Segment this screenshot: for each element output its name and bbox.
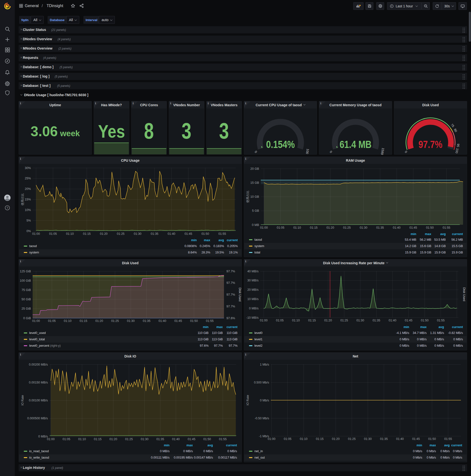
svg-text:01:55: 01:55: [442, 226, 450, 229]
svg-text:15%: 15%: [25, 198, 31, 201]
svg-text:10 GB: 10 GB: [251, 195, 259, 199]
svg-text:01:40: 01:40: [172, 438, 180, 441]
svg-text:01:15: 01:15: [310, 226, 318, 229]
svg-text:30 MB/s: 30 MB/s: [247, 279, 259, 282]
svg-text:0%: 0%: [27, 229, 31, 233]
svg-text:97.7%: 97.7%: [226, 293, 235, 296]
svg-text:?: ?: [7, 206, 8, 210]
svg-text:01:40: 01:40: [393, 226, 400, 229]
svg-text:0.00150 MB/s: 0.00150 MB/s: [29, 381, 48, 384]
svg-text:01:30: 01:30: [127, 319, 135, 323]
svg-text:80: 80: [453, 128, 458, 133]
svg-text:0.500 Mb/s: 0.500 Mb/s: [254, 381, 269, 384]
svg-text:01:25: 01:25: [125, 438, 133, 441]
svg-text:01:15: 01:15: [83, 232, 90, 236]
svg-text:01:00: 01:00: [260, 226, 268, 229]
svg-text:01:30: 01:30: [360, 226, 367, 229]
svg-text:01:10: 01:10: [293, 226, 301, 229]
svg-text:01:50: 01:50: [190, 319, 198, 323]
svg-text:01:30: 01:30: [134, 232, 141, 236]
svg-text:0.000500 MB/s: 0.000500 MB/s: [27, 417, 48, 420]
svg-text:97.7%: 97.7%: [226, 281, 235, 285]
svg-text:75 GiB: 75 GiB: [22, 288, 31, 292]
svg-text:01:05: 01:05: [48, 319, 56, 323]
svg-text:01:25: 01:25: [343, 226, 351, 229]
svg-text:01:00: 01:00: [47, 438, 54, 441]
svg-text:01:50: 01:50: [421, 319, 429, 322]
svg-text:Disk Used: Disk Used: [462, 287, 466, 301]
svg-text:01:55: 01:55: [437, 319, 444, 322]
svg-text:01:30: 01:30: [141, 438, 148, 441]
svg-text:01:15: 01:15: [94, 438, 101, 441]
svg-text:0: 0: [329, 150, 333, 154]
svg-text:01:20: 01:20: [324, 319, 332, 322]
svg-text:01:55: 01:55: [444, 437, 452, 441]
svg-text:125 GiB: 125 GiB: [20, 270, 31, 273]
svg-text:15 GB: 15 GB: [251, 181, 259, 185]
svg-text:1 Mb/s: 1 Mb/s: [260, 363, 269, 366]
svg-text:Disk Used: Disk Used: [238, 288, 242, 302]
svg-text:0 GiB: 0 GiB: [23, 317, 31, 320]
svg-text:25 GiB: 25 GiB: [22, 307, 31, 310]
svg-text:IO Rate: IO Rate: [21, 395, 24, 406]
svg-text:0 MB/s: 0 MB/s: [38, 435, 48, 438]
svg-text:01:50: 01:50: [202, 232, 209, 236]
svg-text:IO Rate: IO Rate: [246, 395, 250, 405]
svg-text:01:10: 01:10: [64, 319, 71, 323]
svg-text:-10 MB/s: -10 MB/s: [246, 316, 259, 320]
svg-text:01:35: 01:35: [151, 232, 158, 236]
svg-text:01:35: 01:35: [143, 319, 150, 323]
svg-text:30%: 30%: [25, 166, 31, 170]
svg-text:01:50: 01:50: [203, 438, 211, 441]
svg-text:5 GB: 5 GB: [252, 209, 259, 212]
svg-text:01:00: 01:00: [268, 437, 275, 441]
svg-text:01:30: 01:30: [364, 437, 372, 441]
svg-text:01:55: 01:55: [206, 319, 213, 323]
svg-text:97.6%: 97.6%: [226, 317, 235, 320]
svg-text:0 MB: 0 MB: [252, 223, 259, 227]
svg-text:01:40: 01:40: [168, 232, 175, 236]
svg-text:01:20: 01:20: [332, 437, 339, 441]
svg-text:01:45: 01:45: [412, 437, 420, 441]
svg-text:01:00: 01:00: [260, 319, 267, 322]
svg-text:01:25: 01:25: [348, 437, 355, 441]
svg-text:-0.50 Mb/s: -0.50 Mb/s: [255, 417, 269, 420]
svg-text:01:35: 01:35: [156, 438, 164, 441]
svg-text:01:20: 01:20: [95, 319, 103, 323]
svg-text:01:40: 01:40: [388, 319, 396, 322]
svg-text:01:10: 01:10: [292, 319, 300, 322]
svg-text:01:35: 01:35: [376, 226, 384, 229]
svg-text:97.7%: 97.7%: [226, 270, 235, 273]
svg-text:0 Mb/s: 0 Mb/s: [260, 399, 269, 402]
svg-text:01:45: 01:45: [185, 232, 192, 236]
svg-text:01:20: 01:20: [100, 232, 107, 236]
svg-text:01:30: 01:30: [356, 319, 364, 322]
svg-text:01:10: 01:10: [300, 437, 307, 441]
svg-text:01:05: 01:05: [277, 226, 284, 229]
svg-text:01:40: 01:40: [396, 437, 404, 441]
svg-text:20 MB/s: 20 MB/s: [247, 288, 259, 291]
svg-text:01:05: 01:05: [49, 232, 57, 236]
svg-text:01:45: 01:45: [409, 226, 417, 229]
svg-text:10%: 10%: [25, 208, 31, 212]
svg-text:20 GB: 20 GB: [251, 167, 259, 170]
svg-text:01:15: 01:15: [308, 319, 316, 322]
svg-text:01:45: 01:45: [174, 319, 182, 323]
svg-text:01:55: 01:55: [219, 438, 227, 441]
svg-text:0: 0: [254, 150, 258, 154]
svg-text:01:00: 01:00: [32, 232, 40, 236]
svg-text:0 MB/s: 0 MB/s: [249, 307, 259, 310]
svg-text:01:40: 01:40: [158, 319, 166, 323]
svg-text:01:25: 01:25: [340, 319, 348, 322]
svg-text:01:45: 01:45: [405, 319, 412, 322]
svg-text:0: 0: [404, 150, 408, 154]
svg-text:20%: 20%: [25, 187, 31, 191]
svg-text:10 MB/s: 10 MB/s: [247, 297, 259, 301]
svg-text:97.7%: 97.7%: [226, 305, 235, 308]
svg-text:0.00200 MB/s: 0.00200 MB/s: [29, 363, 48, 366]
svg-text:01:15: 01:15: [80, 319, 87, 323]
svg-text:01:25: 01:25: [111, 319, 119, 323]
svg-text:01:05: 01:05: [276, 319, 284, 322]
svg-text:01:35: 01:35: [373, 319, 380, 322]
svg-text:01:10: 01:10: [78, 438, 86, 441]
